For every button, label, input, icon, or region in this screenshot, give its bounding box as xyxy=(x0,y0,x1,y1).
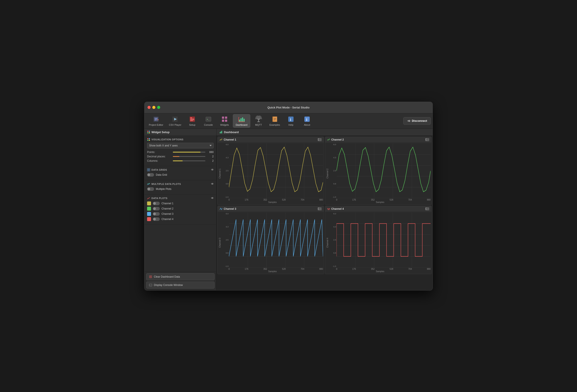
multiple-plots-title: MULTIPLE DATA PLOTS 👁 xyxy=(147,182,214,185)
chart4-plot-area xyxy=(336,213,431,267)
chart2-svg xyxy=(336,143,431,198)
visualization-title-text: VISUALIZATION OPTIONS xyxy=(151,138,183,141)
channel1-label: Channel 1 xyxy=(161,202,174,205)
setup-icon xyxy=(189,116,196,123)
multiple-plots-item: Multiple Plots xyxy=(147,187,214,191)
expand4-icon xyxy=(425,207,428,210)
channel3-label: Channel 3 xyxy=(161,212,174,215)
toolbar-item-about[interactable]: i About xyxy=(299,114,315,127)
toolbar-item-console[interactable]: >_ Console xyxy=(201,114,216,127)
svg-rect-47 xyxy=(149,138,150,139)
data-plots-eye[interactable]: 👁 xyxy=(211,197,214,200)
chart-channel3: Channel 3 Channel 3 xyxy=(217,206,324,274)
svg-rect-20 xyxy=(241,118,242,122)
visualization-title: VISUALIZATION OPTIONS xyxy=(147,138,214,141)
examples-label: Examples xyxy=(270,124,280,126)
chart3-title: Channel 3 xyxy=(224,207,236,211)
toolbar-item-mqtt[interactable]: MQTT xyxy=(251,114,266,127)
svg-rect-22 xyxy=(244,119,245,122)
chart3-header: Channel 3 xyxy=(217,206,324,212)
chart1-area: 6.04.32.50.8-1.0 xyxy=(222,143,323,204)
data-plots-title: DATA PLOTS 👁 xyxy=(147,197,214,200)
dashboard-icon xyxy=(238,116,245,123)
disconnect-button[interactable]: Disconnect xyxy=(403,117,431,125)
svg-rect-75 xyxy=(427,138,428,141)
chart1-expand[interactable] xyxy=(318,138,322,141)
toolbar-item-project-editor[interactable]: Project Editor xyxy=(146,114,166,127)
svg-rect-44 xyxy=(147,132,148,133)
chart1-header: Channel 1 xyxy=(217,137,324,143)
svg-rect-43 xyxy=(149,131,150,132)
toolbar-item-widgets[interactable]: Widgets xyxy=(217,114,232,127)
console-icon: >_ xyxy=(205,116,212,123)
data-plots-icon xyxy=(147,197,150,200)
multiple-plots-toggle[interactable] xyxy=(147,187,154,191)
chart-channel4: Channel 4 Channel 4 xyxy=(325,206,432,274)
chart3-icon xyxy=(220,208,222,210)
channel2-item: Channel 2 xyxy=(147,207,214,211)
svg-rect-52 xyxy=(147,170,148,171)
sidebar-header: Widget Setup xyxy=(144,129,216,136)
chart4-expand[interactable] xyxy=(425,207,429,211)
dashboard-header-label: Dashboard xyxy=(224,131,239,134)
toolbar-item-dashboard[interactable]: Dashboard xyxy=(233,114,250,128)
toolbar-item-csv-player[interactable]: CSV Player xyxy=(166,114,184,127)
data-grids-icon xyxy=(147,168,150,171)
display-console-button[interactable]: >_ Display Console Window xyxy=(146,282,215,288)
minimize-button[interactable] xyxy=(152,106,155,109)
channel2-label: Channel 2 xyxy=(161,207,174,210)
expand-icon xyxy=(318,138,321,141)
data-grid-toggle[interactable] xyxy=(147,173,154,177)
svg-point-25 xyxy=(258,118,259,120)
maximize-button[interactable] xyxy=(157,106,160,109)
window-controls xyxy=(147,106,160,109)
chart1-title: Channel 1 xyxy=(224,138,236,141)
data-grids-section: DATA GRIDS 👁 Data Grid xyxy=(144,166,216,180)
chart2-expand[interactable] xyxy=(425,138,429,141)
display-console-label: Display Console Window xyxy=(154,284,183,286)
channel2-toggle[interactable] xyxy=(153,207,160,211)
svg-rect-18 xyxy=(225,120,227,122)
about-icon: i xyxy=(304,116,311,123)
channel1-toggle[interactable] xyxy=(153,202,160,205)
data-plots-label: DATA PLOTS xyxy=(151,197,167,200)
chart1-svg xyxy=(229,143,323,198)
channel3-toggle[interactable] xyxy=(153,212,160,216)
chart3-area: 6.04.32.50.8-1.0 xyxy=(222,213,323,273)
console-window-icon: >_ xyxy=(149,284,152,286)
toolbar-item-examples[interactable]: Examples xyxy=(267,114,283,127)
columns-track xyxy=(173,160,205,161)
points-value: 880 xyxy=(207,151,214,154)
toolbar-item-setup[interactable]: Setup xyxy=(184,114,200,127)
chart2-y-title: Channel 2 xyxy=(325,143,329,204)
channel4-label: Channel 4 xyxy=(161,218,174,221)
disconnect-icon xyxy=(407,119,410,123)
decimal-slider-row: Decimal places: 2 xyxy=(147,155,214,158)
svg-rect-60 xyxy=(221,131,221,133)
svg-rect-51 xyxy=(149,169,150,170)
data-grids-eye[interactable]: 👁 xyxy=(211,168,214,171)
clear-dashboard-button[interactable]: Clear Dashboard Data xyxy=(146,273,215,280)
chart2-header: Channel 2 xyxy=(325,137,432,143)
toolbar-item-help[interactable]: i Help xyxy=(283,114,299,127)
multiple-plots-eye[interactable]: 👁 xyxy=(211,182,214,185)
mqtt-icon xyxy=(255,116,262,123)
channel4-toggle[interactable] xyxy=(153,217,160,221)
chart4-title: Channel 4 xyxy=(331,207,344,211)
csv-player-icon xyxy=(172,116,179,123)
points-fill xyxy=(173,152,201,153)
chart1-x-labels: 0176352528704880 xyxy=(222,198,323,201)
chart4-body: Channel 4 6.04.32.50.8-1.0 xyxy=(325,212,432,274)
clear-dashboard-label: Clear Dashboard Data xyxy=(154,275,180,278)
svg-rect-12 xyxy=(190,120,193,121)
axes-dropdown[interactable]: Show both X and Y axesShow only X axisSh… xyxy=(147,143,214,148)
decimal-value: 2 xyxy=(207,155,214,158)
chart4-y-title: Channel 4 xyxy=(325,213,329,273)
chart4-y-labels: 6.04.32.50.8-1.0 xyxy=(329,213,336,267)
close-button[interactable] xyxy=(147,106,150,109)
data-grids-title: DATA GRIDS 👁 xyxy=(147,168,214,171)
examples-icon xyxy=(271,116,278,123)
chart3-expand[interactable] xyxy=(318,207,322,211)
sidebar: Widget Setup VISUALIZATION OPTIONS xyxy=(144,129,216,290)
toolbar: Project Editor CSV Player xyxy=(144,113,433,129)
